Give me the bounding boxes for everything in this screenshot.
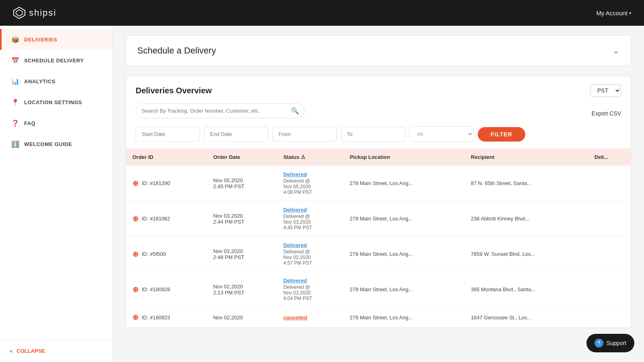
sidebar-item-schedule-label: SCHEDULE DELIVERY bbox=[24, 58, 84, 64]
overview-header: Deliveries Overview PST EST CST MST bbox=[126, 76, 631, 103]
cell-order-date: Nov 02,2020 bbox=[207, 307, 277, 328]
sidebar: 📦 DELIVERIES 📅 SCHEDULE DELIVERY 📊 ANALY… bbox=[0, 26, 113, 362]
expand-row-icon[interactable]: ⊕ bbox=[132, 179, 138, 188]
cell-order-id: ⊕ID: #181290 bbox=[126, 166, 207, 201]
sidebar-item-schedule-delivery[interactable]: 📅 SCHEDULE DELIVERY bbox=[0, 50, 112, 71]
cell-recipient: 385 Montana Blvd., Santa... bbox=[464, 272, 588, 307]
expand-row-icon[interactable]: ⊕ bbox=[132, 250, 138, 259]
cell-status: DeliveredDelivered @ Nov 02,2020 4:04 PM… bbox=[277, 272, 343, 307]
status-detail: Delivered @ Nov 02,2020 4:57 PM PST bbox=[283, 249, 337, 266]
table-body: ⊕ID: #181290Nov 05,2020 2:45 PM PSTDeliv… bbox=[126, 166, 631, 328]
welcome-guide-icon: ℹ️ bbox=[11, 140, 19, 148]
collapse-label: COLLAPSE bbox=[17, 348, 45, 354]
schedule-delivery-icon: 📅 bbox=[11, 56, 19, 64]
cell-status: DeliveredDelivered @ Nov 03,2020 4:45 PM… bbox=[277, 201, 343, 237]
to-input[interactable] bbox=[341, 127, 405, 142]
search-icon: 🔍 bbox=[291, 107, 299, 115]
support-button[interactable]: ? Support bbox=[586, 334, 634, 352]
status-detail: Delivered @ Nov 02,2020 4:04 PM PST bbox=[283, 284, 337, 301]
sidebar-item-location-label: LOCATION SETTINGS bbox=[24, 99, 82, 105]
logo-icon bbox=[13, 6, 26, 19]
analytics-icon: 📊 bbox=[11, 77, 19, 85]
filter-button[interactable]: FILTER bbox=[478, 127, 525, 142]
main-layout: 📦 DELIVERIES 📅 SCHEDULE DELIVERY 📊 ANALY… bbox=[0, 26, 644, 362]
status-link[interactable]: cancelled bbox=[283, 315, 307, 321]
sidebar-item-deliveries[interactable]: 📦 DELIVERIES bbox=[0, 29, 112, 50]
filters-section: 🔍 Export CSV All Delivered Cancelled Pen… bbox=[126, 103, 631, 148]
table-row: ⊕ID: #181290Nov 05,2020 2:45 PM PSTDeliv… bbox=[126, 166, 631, 201]
cell-recipient: 238 Abbott Kinney Blvd... bbox=[464, 201, 588, 237]
overview-title: Deliveries Overview bbox=[136, 86, 212, 95]
status-link[interactable]: Delivered bbox=[283, 242, 307, 248]
svg-marker-0 bbox=[14, 7, 25, 19]
table-row: ⊕ID: #180928Nov 02,2020 2:13 PM PSTDeliv… bbox=[126, 272, 631, 307]
order-id-value: ID: #5f500 bbox=[142, 251, 166, 257]
cell-order-date: Nov 02,2020 2:48 PM PST bbox=[207, 237, 277, 272]
col-status: Status ⚠ bbox=[277, 148, 343, 166]
cell-order-id: ⊕ID: #180923 bbox=[126, 307, 207, 328]
end-date-input[interactable] bbox=[204, 127, 268, 142]
table-row: ⊕ID: #180923Nov 02,2020cancelled278 Main… bbox=[126, 307, 631, 328]
export-csv-button[interactable]: Export CSV bbox=[592, 106, 621, 121]
order-id-value: ID: #181062 bbox=[142, 216, 170, 222]
support-label: Support bbox=[607, 340, 626, 346]
search-bar-wrapper: 🔍 bbox=[136, 103, 305, 118]
order-id-value: ID: #181290 bbox=[142, 180, 170, 186]
deliveries-overview-section: Deliveries Overview PST EST CST MST 🔍 Ex… bbox=[126, 76, 631, 328]
expand-row-icon[interactable]: ⊕ bbox=[132, 313, 138, 322]
expand-row-icon[interactable]: ⊕ bbox=[132, 214, 138, 223]
sidebar-item-faq-label: FAQ bbox=[24, 120, 35, 126]
cell-order-id: ⊕ID: #181062 bbox=[126, 201, 207, 237]
expand-row-icon[interactable]: ⊕ bbox=[132, 285, 138, 294]
search-input[interactable] bbox=[136, 103, 305, 118]
col-order-id: Order ID bbox=[126, 148, 207, 166]
order-id-value: ID: #180923 bbox=[142, 315, 170, 321]
from-input[interactable] bbox=[272, 127, 337, 142]
sidebar-item-faq[interactable]: ❓ FAQ bbox=[0, 113, 112, 134]
deliveries-table-wrapper: Order ID Order Date Status ⚠ Pickup Loca… bbox=[126, 148, 631, 328]
status-link[interactable]: Delivered bbox=[283, 207, 307, 213]
start-date-input[interactable] bbox=[136, 127, 200, 142]
top-navigation: shipsi My Account ▾ bbox=[0, 0, 644, 26]
collapse-chevrons-icon: « bbox=[10, 348, 12, 354]
status-link[interactable]: Delivered bbox=[283, 171, 307, 177]
cell-delivery bbox=[588, 166, 631, 201]
filter-inputs-row: All Delivered Cancelled Pending FILTER bbox=[136, 126, 621, 142]
my-account-menu[interactable]: My Account ▾ bbox=[596, 10, 631, 16]
cell-pickup: 278 Main Street, Los Ang... bbox=[343, 201, 464, 237]
col-pickup-location: Pickup Location bbox=[343, 148, 464, 166]
cell-delivery bbox=[588, 201, 631, 237]
svg-marker-1 bbox=[16, 10, 23, 16]
cell-pickup: 278 Main Street, Los Ang... bbox=[343, 237, 464, 272]
cell-status: DeliveredDelivered @ Nov 05,2020 4:08 PM… bbox=[277, 166, 343, 201]
cell-delivery bbox=[588, 237, 631, 272]
sidebar-item-welcome-guide[interactable]: ℹ️ WELCOME GUIDE bbox=[0, 134, 112, 154]
schedule-delivery-card: Schedule a Delivery ⌄ bbox=[126, 35, 631, 66]
location-settings-icon: 📍 bbox=[11, 98, 19, 106]
sidebar-bottom: « COLLAPSE bbox=[0, 339, 112, 362]
table-row: ⊕ID: #5f500Nov 02,2020 2:48 PM PSTDelive… bbox=[126, 237, 631, 272]
cell-order-id: ⊕ID: #180928 bbox=[126, 272, 207, 307]
sidebar-item-deliveries-label: DELIVERIES bbox=[24, 37, 57, 43]
timezone-select[interactable]: PST EST CST MST bbox=[590, 84, 621, 97]
cell-delivery bbox=[588, 307, 631, 328]
status-filter-select[interactable]: All Delivered Cancelled Pending bbox=[409, 126, 474, 142]
cell-order-date: Nov 03,2020 2:44 PM PST bbox=[207, 201, 277, 237]
cell-pickup: 278 Main Street, Los Ang... bbox=[343, 307, 464, 328]
schedule-chevron-icon[interactable]: ⌄ bbox=[612, 45, 619, 56]
status-link[interactable]: Delivered bbox=[283, 278, 307, 284]
sidebar-item-location-settings[interactable]: 📍 LOCATION SETTINGS bbox=[0, 92, 112, 113]
cell-pickup: 278 Main Street, Los Ang... bbox=[343, 166, 464, 201]
col-delivery: Deli... bbox=[588, 148, 631, 166]
sidebar-item-analytics[interactable]: 📊 ANALYTICS bbox=[0, 71, 112, 92]
col-recipient: Recipient bbox=[464, 148, 588, 166]
table-header: Order ID Order Date Status ⚠ Pickup Loca… bbox=[126, 148, 631, 166]
collapse-button[interactable]: « COLLAPSE bbox=[10, 348, 103, 354]
cell-order-id: ⊕ID: #5f500 bbox=[126, 237, 207, 272]
order-id-value: ID: #180928 bbox=[142, 286, 170, 292]
sidebar-item-analytics-label: ANALYTICS bbox=[24, 78, 56, 84]
cell-order-date: Nov 02,2020 2:13 PM PST bbox=[207, 272, 277, 307]
main-content: Schedule a Delivery ⌄ Deliveries Overvie… bbox=[113, 26, 644, 362]
deliveries-table: Order ID Order Date Status ⚠ Pickup Loca… bbox=[126, 148, 631, 328]
deliveries-icon: 📦 bbox=[11, 35, 19, 43]
